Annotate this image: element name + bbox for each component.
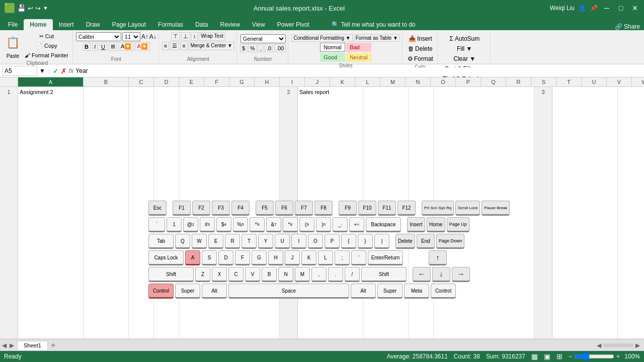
- key-end[interactable]: End: [417, 234, 435, 249]
- style-good[interactable]: Good: [320, 53, 345, 62]
- font-increase-icon[interactable]: A↑: [141, 33, 148, 40]
- key-f10[interactable]: F10: [358, 201, 376, 216]
- key-u[interactable]: U: [275, 234, 290, 249]
- comma-icon[interactable]: ,: [258, 44, 264, 52]
- tab-view[interactable]: View: [246, 19, 271, 30]
- col-header-J[interactable]: J: [305, 77, 330, 86]
- key-right-arrow[interactable]: →: [452, 267, 470, 282]
- key-prtscn[interactable]: Prt Scn Sys Rq: [422, 201, 454, 216]
- key-f3[interactable]: F3: [212, 201, 230, 216]
- col-header-R[interactable]: R: [506, 77, 531, 86]
- tab-home[interactable]: Home: [24, 19, 52, 30]
- key-minus[interactable]: _-: [333, 217, 348, 232]
- key-c[interactable]: C: [228, 267, 244, 282]
- style-bad[interactable]: Bad: [346, 43, 371, 52]
- col-header-F[interactable]: F: [204, 77, 229, 86]
- key-2[interactable]: @2: [183, 217, 198, 232]
- clear-button[interactable]: Clear ▼: [451, 54, 477, 63]
- key-backslash[interactable]: |: [374, 234, 389, 249]
- col-header-D[interactable]: D: [154, 77, 179, 86]
- key-q[interactable]: Q: [175, 234, 190, 249]
- tab-tell-me[interactable]: 🔍 Tell me what you want to do: [326, 19, 422, 30]
- col-header-P[interactable]: P: [456, 77, 481, 86]
- key-f4[interactable]: F4: [231, 201, 250, 216]
- scroll-bar[interactable]: [603, 343, 633, 347]
- zoom-in-icon[interactable]: +: [616, 353, 620, 360]
- format-painter-button[interactable]: 🖌 Format Painter: [23, 51, 70, 59]
- key-esc[interactable]: Esc: [148, 201, 167, 216]
- align-top-icon[interactable]: ⊤: [171, 32, 180, 41]
- wrap-text-button[interactable]: Wrap Text: [199, 32, 225, 41]
- col-header-A[interactable]: A: [18, 77, 84, 86]
- cell-A1[interactable]: Assignment 2: [18, 87, 84, 338]
- key-capslock[interactable]: Caps Lock: [148, 250, 184, 265]
- number-format-select[interactable]: General: [240, 34, 286, 43]
- col-header-L[interactable]: L: [355, 77, 380, 86]
- key-s[interactable]: S: [202, 250, 217, 265]
- key-p[interactable]: P: [325, 234, 340, 249]
- nav-right-icon[interactable]: ▶: [10, 342, 14, 349]
- key-period[interactable]: .: [328, 267, 343, 282]
- insert-cells-button[interactable]: 📥Insert: [407, 34, 434, 43]
- key-slash[interactable]: /: [345, 267, 360, 282]
- copy-button[interactable]: 📄 Copy: [23, 42, 70, 50]
- key-f11[interactable]: F11: [378, 201, 396, 216]
- key-t[interactable]: T: [242, 234, 257, 249]
- key-rctrl[interactable]: Control: [431, 284, 456, 299]
- page-break-view-icon[interactable]: ⊞: [556, 352, 562, 360]
- key-3[interactable]: #3: [200, 217, 215, 232]
- key-k[interactable]: K: [301, 250, 316, 265]
- key-7[interactable]: &7: [266, 217, 281, 232]
- font-name-select[interactable]: Calibri: [76, 32, 121, 41]
- key-9[interactable]: (9: [299, 217, 314, 232]
- key-tab[interactable]: Tab: [148, 234, 174, 249]
- bold-button[interactable]: B: [83, 43, 91, 51]
- key-j[interactable]: J: [285, 250, 300, 265]
- key-f5[interactable]: F5: [256, 201, 274, 216]
- page-layout-view-icon[interactable]: ▣: [544, 352, 550, 360]
- quick-access-more[interactable]: ▼: [43, 5, 48, 11]
- key-pagedown[interactable]: Page Down: [436, 234, 465, 249]
- scroll-left-btn[interactable]: ◀: [597, 342, 601, 349]
- key-f6[interactable]: F6: [275, 201, 293, 216]
- close-btn[interactable]: ✕: [630, 3, 640, 13]
- key-equals[interactable]: +=: [349, 217, 364, 232]
- col-header-M[interactable]: M: [380, 77, 406, 86]
- col-header-S[interactable]: S: [531, 77, 556, 86]
- key-pageup[interactable]: Page Up: [447, 217, 469, 232]
- nav-left-icon[interactable]: ◀: [2, 342, 7, 349]
- key-semicolon[interactable]: ;: [335, 250, 350, 265]
- col-header-U[interactable]: U: [582, 77, 607, 86]
- tab-file[interactable]: File: [2, 19, 24, 30]
- font-size-select[interactable]: 11: [122, 32, 140, 41]
- col-header-N[interactable]: N: [406, 77, 431, 86]
- add-sheet-button[interactable]: +: [49, 341, 57, 350]
- align-middle-icon[interactable]: ⊥: [181, 32, 190, 41]
- decimal-decrease-icon[interactable]: .00: [274, 44, 286, 52]
- style-normal[interactable]: Normal: [320, 43, 345, 52]
- key-g[interactable]: G: [252, 250, 267, 265]
- check-mark-icon[interactable]: ✓: [53, 67, 59, 75]
- key-h[interactable]: H: [268, 250, 283, 265]
- redo-icon[interactable]: ↪: [35, 5, 41, 12]
- font-decrease-icon[interactable]: A↓: [149, 33, 156, 40]
- key-i[interactable]: I: [291, 234, 306, 249]
- key-space[interactable]: Space: [228, 284, 349, 299]
- key-meta[interactable]: Meta: [404, 284, 429, 299]
- key-b[interactable]: B: [262, 267, 277, 282]
- conditional-formatting-button[interactable]: Conditional Formatting ▼: [291, 34, 352, 42]
- key-down-arrow[interactable]: ↓: [432, 267, 450, 282]
- formula-input[interactable]: [75, 67, 642, 74]
- key-backtick[interactable]: `: [148, 217, 165, 232]
- percent-icon[interactable]: %: [248, 44, 257, 52]
- row-num-1[interactable]: 1: [0, 87, 18, 338]
- key-insert[interactable]: Insert: [407, 217, 425, 232]
- key-left-arrow[interactable]: ←: [413, 267, 431, 282]
- col-header-T[interactable]: T: [556, 77, 582, 86]
- key-quote[interactable]: ': [351, 250, 366, 265]
- tab-page-layout[interactable]: Page Layout: [106, 19, 152, 30]
- key-r[interactable]: R: [225, 234, 240, 249]
- tab-power-pivot[interactable]: Power Pivot: [271, 19, 315, 30]
- border-button[interactable]: ⊞: [109, 42, 117, 51]
- key-n[interactable]: N: [278, 267, 293, 282]
